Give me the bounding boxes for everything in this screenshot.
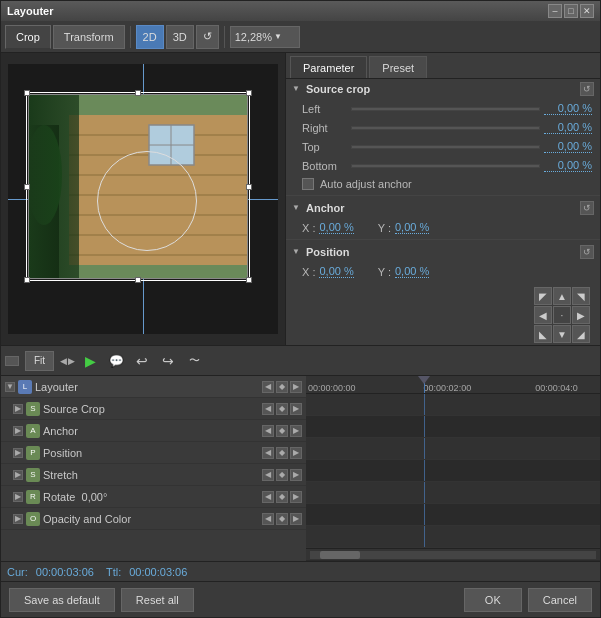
- track-keyframe-left[interactable]: ◀: [262, 381, 274, 393]
- right-value[interactable]: 0,00 %: [544, 121, 592, 134]
- tab-parameter[interactable]: Parameter: [290, 56, 367, 78]
- crop-handle-ml[interactable]: [24, 184, 30, 190]
- nav-downright-button[interactable]: ◢: [572, 325, 590, 343]
- crop-handle-tr[interactable]: [246, 90, 252, 96]
- nav-center-button[interactable]: ·: [553, 306, 571, 324]
- crop-handle-bm[interactable]: [135, 277, 141, 283]
- position-section-header[interactable]: ▼ Position ↺: [286, 242, 600, 262]
- undo-button[interactable]: ↩: [131, 350, 153, 372]
- param-scroll-area[interactable]: ▼ Source crop ↺ Left 0,00 % Right: [286, 79, 600, 345]
- track-expand-sourcecrop[interactable]: ▶: [13, 404, 23, 414]
- nav-upright-button[interactable]: ◥: [572, 287, 590, 305]
- track-expand-rotate[interactable]: ▶: [13, 492, 23, 502]
- cancel-button[interactable]: Cancel: [528, 588, 592, 612]
- timeline-scrollbar-track[interactable]: [310, 551, 596, 559]
- top-value[interactable]: 0,00 %: [544, 140, 592, 153]
- tc-kf-left-sc[interactable]: ◀: [262, 403, 274, 415]
- tc-kf-add-r[interactable]: ◆: [276, 491, 288, 503]
- crop-handle-tm[interactable]: [135, 90, 141, 96]
- minimize-button[interactable]: –: [548, 4, 562, 18]
- nav-left-button[interactable]: ◀: [534, 306, 552, 324]
- tc-kf-right-o[interactable]: ▶: [290, 513, 302, 525]
- wave-button[interactable]: 〜: [183, 350, 205, 372]
- tab-transform[interactable]: Transform: [53, 25, 125, 49]
- anchor-reset-button[interactable]: ↺: [580, 201, 594, 215]
- left-slider[interactable]: [351, 107, 540, 111]
- anchor-y-value[interactable]: 0,00 %: [395, 221, 429, 234]
- bottom-value[interactable]: 0,00 %: [544, 159, 592, 172]
- track-keyframe-add[interactable]: ◆: [276, 381, 288, 393]
- tab-crop[interactable]: Crop: [5, 25, 51, 49]
- anchor-xy-row: X : 0,00 % Y : 0,00 %: [286, 218, 600, 237]
- source-crop-reset-button[interactable]: ↺: [580, 82, 594, 96]
- timeline-scrollbar-mini[interactable]: [5, 356, 19, 366]
- timeline-scrollbar[interactable]: [306, 548, 600, 560]
- crop-handle-tl[interactable]: [24, 90, 30, 96]
- play-button[interactable]: ▶: [79, 350, 101, 372]
- nav-up-button[interactable]: ▲: [553, 287, 571, 305]
- next-frame-icon[interactable]: ▶: [68, 356, 75, 366]
- tc-kf-add-p[interactable]: ◆: [276, 447, 288, 459]
- tc-kf-right-st[interactable]: ▶: [290, 469, 302, 481]
- position-reset-button[interactable]: ↺: [580, 245, 594, 259]
- tc-kf-left-a[interactable]: ◀: [262, 425, 274, 437]
- crop-handle-bl[interactable]: [24, 277, 30, 283]
- top-slider[interactable]: [351, 145, 540, 149]
- tc-kf-add-o[interactable]: ◆: [276, 513, 288, 525]
- left-param-row: Left 0,00 %: [286, 99, 600, 118]
- tc-kf-add-a[interactable]: ◆: [276, 425, 288, 437]
- comment-button[interactable]: 💬: [105, 350, 127, 372]
- prev-frame-icon[interactable]: ◀: [60, 356, 67, 366]
- bottom-slider[interactable]: [351, 164, 540, 168]
- nav-upleft-button[interactable]: ◤: [534, 287, 552, 305]
- timeline-scrollbar-thumb[interactable]: [320, 551, 360, 559]
- track-icon-position: P: [26, 446, 40, 460]
- nav-down-button[interactable]: ▼: [553, 325, 571, 343]
- zoom-control[interactable]: 12,28% ▼: [230, 26, 300, 48]
- rotate-button[interactable]: ↺: [196, 25, 219, 49]
- crop-handle-mr[interactable]: [246, 184, 252, 190]
- nav-right-button[interactable]: ▶: [572, 306, 590, 324]
- ok-button[interactable]: OK: [464, 588, 522, 612]
- tc-kf-add-st[interactable]: ◆: [276, 469, 288, 481]
- tc-kf-left-o[interactable]: ◀: [262, 513, 274, 525]
- fit-button[interactable]: Fit: [25, 351, 54, 371]
- tc-kf-right-p[interactable]: ▶: [290, 447, 302, 459]
- position-y-label: Y :: [378, 266, 391, 278]
- track-expand-layouter[interactable]: ▼: [5, 382, 15, 392]
- tc-kf-right-sc[interactable]: ▶: [290, 403, 302, 415]
- tc-kf-left-r[interactable]: ◀: [262, 491, 274, 503]
- auto-adjust-checkbox[interactable]: [302, 178, 314, 190]
- tc-kf-right-a[interactable]: ▶: [290, 425, 302, 437]
- nav-downleft-button[interactable]: ◣: [534, 325, 552, 343]
- left-value[interactable]: 0,00 %: [544, 102, 592, 115]
- tc-kf-left-st[interactable]: ◀: [262, 469, 274, 481]
- position-xy-row: X : 0,00 % Y : 0,00 %: [286, 262, 600, 281]
- mode-3d-button[interactable]: 3D: [166, 25, 194, 49]
- tc-kf-right-r[interactable]: ▶: [290, 491, 302, 503]
- position-y-value[interactable]: 0,00 %: [395, 265, 429, 278]
- source-crop-section-header[interactable]: ▼ Source crop ↺: [286, 79, 600, 99]
- mode-2d-button[interactable]: 2D: [136, 25, 164, 49]
- track-expand-opacity[interactable]: ▶: [13, 514, 23, 524]
- tc-kf-left-p[interactable]: ◀: [262, 447, 274, 459]
- tab-preset[interactable]: Preset: [369, 56, 427, 78]
- close-button[interactable]: ✕: [580, 4, 594, 18]
- crop-overlay[interactable]: [26, 92, 250, 281]
- track-expand-position[interactable]: ▶: [13, 448, 23, 458]
- crop-handle-br[interactable]: [246, 277, 252, 283]
- anchor-section-header[interactable]: ▼ Anchor ↺: [286, 198, 600, 218]
- track-keyframe-right[interactable]: ▶: [290, 381, 302, 393]
- window-title: Layouter: [7, 5, 53, 17]
- redo-button[interactable]: ↪: [157, 350, 179, 372]
- ruler-time-start: 00:00:00:00: [308, 383, 356, 393]
- track-expand-stretch[interactable]: ▶: [13, 470, 23, 480]
- position-x-value[interactable]: 0,00 %: [319, 265, 353, 278]
- tc-kf-add-sc[interactable]: ◆: [276, 403, 288, 415]
- reset-all-button[interactable]: Reset all: [121, 588, 194, 612]
- maximize-button[interactable]: □: [564, 4, 578, 18]
- save-default-button[interactable]: Save as default: [9, 588, 115, 612]
- right-slider[interactable]: [351, 126, 540, 130]
- anchor-x-value[interactable]: 0,00 %: [319, 221, 353, 234]
- track-expand-anchor[interactable]: ▶: [13, 426, 23, 436]
